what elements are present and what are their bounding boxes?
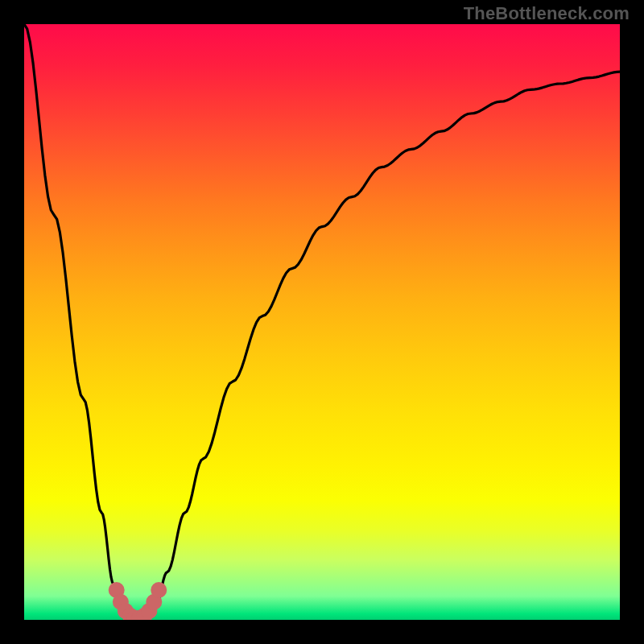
- marker-dot: [151, 582, 167, 598]
- curve-layer: [24, 24, 620, 620]
- chart-frame: TheBottleneck.com: [0, 0, 644, 644]
- watermark-text: TheBottleneck.com: [464, 3, 630, 24]
- bottleneck-curve: [24, 24, 620, 620]
- plot-area: [24, 24, 620, 620]
- marker-band: [109, 582, 167, 620]
